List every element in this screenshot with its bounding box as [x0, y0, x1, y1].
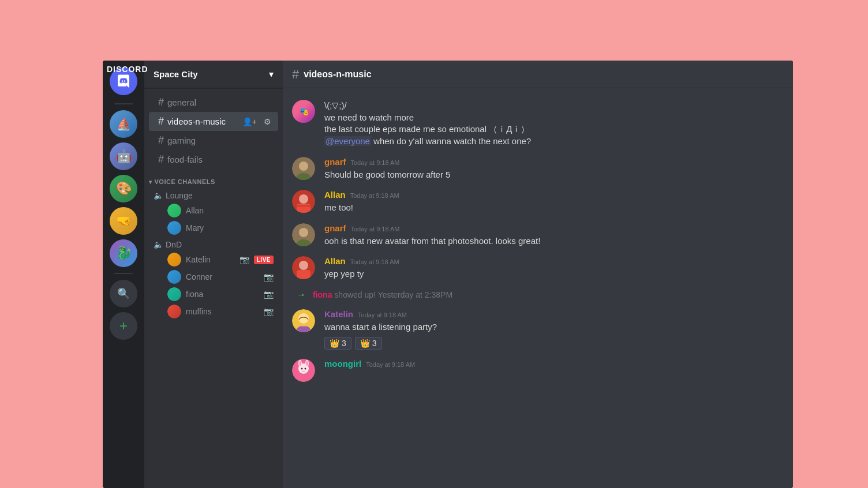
- muffins-voice-name: muffins: [186, 307, 259, 316]
- allan-message-1-content: Allan Today at 9:18 AM me too!: [324, 190, 784, 214]
- chat-header-hash: #: [292, 67, 299, 82]
- allan-message-1-header: Allan Today at 9:18 AM: [324, 190, 784, 200]
- message-group-top: 🎭 \(;▽;)/ we need to watch more the last…: [283, 97, 793, 150]
- dnd-channel-name: DnD: [166, 240, 182, 249]
- reaction-crown-emoji-2: 👑: [360, 339, 370, 348]
- moongirl-username[interactable]: moongirl: [324, 359, 361, 369]
- channel-item-gaming[interactable]: # gaming: [149, 131, 278, 150]
- channel-name-food-fails: food-fails: [167, 155, 203, 164]
- search-button[interactable]: 🔍: [110, 280, 137, 307]
- server-icon-robot[interactable]: 🤖: [110, 142, 137, 170]
- voice-user-muffins[interactable]: muffins 📷: [149, 303, 278, 320]
- server-divider-2: [114, 273, 133, 274]
- top-message-content: \(;▽;)/ we need to watch more the last c…: [324, 100, 784, 148]
- system-arrow-icon: →: [297, 290, 306, 300]
- allan-voice-avatar: [167, 204, 181, 217]
- svg-rect-12: [297, 270, 310, 279]
- allan-message-2-header: Allan Today at 9:18 AM: [324, 256, 784, 266]
- allan-avatar-2[interactable]: [292, 256, 315, 279]
- allan-text-1: me too!: [324, 202, 784, 214]
- reaction-crown-1[interactable]: 👑 3: [324, 337, 351, 350]
- channel-item-general[interactable]: # general: [149, 93, 278, 112]
- fiona-voice-avatar: [167, 287, 181, 301]
- collapse-arrow: ▾: [149, 179, 152, 185]
- muffins-video-icon: 📷: [264, 307, 274, 316]
- server-icon-colorful[interactable]: 🐉: [110, 239, 137, 267]
- messages-container: 🎭 \(;▽;)/ we need to watch more the last…: [283, 88, 793, 488]
- gnarf-avatar-1[interactable]: [292, 157, 315, 180]
- channel-item-food-fails[interactable]: # food-fails: [149, 150, 278, 169]
- katelin-message-header: Katelin Today at 9:18 AM: [324, 309, 784, 319]
- svg-point-22: [305, 367, 306, 369]
- system-action: showed up!: [334, 290, 377, 299]
- server-divider: [114, 103, 133, 104]
- voice-channels-header[interactable]: ▾ VOICE CHANNELS: [144, 169, 283, 187]
- lounge-channel-name: Lounge: [166, 191, 193, 200]
- server-icon-green[interactable]: 🎨: [110, 175, 137, 202]
- top-kaomoji: \(;▽;)/: [324, 100, 784, 112]
- channel-name-gaming: gaming: [167, 136, 196, 145]
- message-group-allan-2: Allan Today at 9:18 AM yep yep ty: [283, 254, 793, 283]
- fiona-video-icon: 📷: [264, 290, 274, 299]
- message-group-gnarf-1: gnarf Today at 9:18 AM Should be good to…: [283, 155, 793, 183]
- channel-name-general: general: [167, 97, 196, 107]
- top-text-3: @everyone when do y'all wanna watch the …: [324, 136, 784, 148]
- server-icon-boat[interactable]: ⛵: [110, 110, 137, 138]
- message-group-gnarf-2: gnarf Today at 9:18 AM ooh is that new a…: [283, 221, 793, 250]
- svg-point-21: [301, 367, 303, 369]
- gnarf-text-1: Should be good tomorrow after 5: [324, 169, 784, 181]
- moongirl-avatar[interactable]: [292, 359, 315, 382]
- conner-voice-name: Conner: [186, 272, 259, 281]
- katelin-username[interactable]: Katelin: [324, 309, 353, 319]
- reaction-crown-emoji-1: 👑: [330, 339, 339, 348]
- voice-channel-dnd[interactable]: 🔈 DnD: [149, 237, 278, 251]
- voice-user-allan[interactable]: Allan: [149, 202, 278, 219]
- gnarf-avatar-2[interactable]: [292, 223, 315, 246]
- allan-username-2[interactable]: Allan: [324, 256, 346, 266]
- server-header[interactable]: Space City ▾: [144, 61, 283, 88]
- fiona-system-name: fiona: [313, 290, 332, 299]
- message-group-allan-1: Allan Today at 9:18 AM me too!: [283, 187, 793, 216]
- voice-user-mary[interactable]: Mary: [149, 219, 278, 237]
- channel-hash-icon-4: #: [158, 153, 164, 166]
- reactions-row: 👑 3 👑 3: [324, 337, 784, 350]
- voice-user-conner[interactable]: Conner 📷: [149, 268, 278, 286]
- volume-icon-2: 🔈: [154, 240, 163, 249]
- system-timestamp: Yesterday at 2:38PM: [378, 290, 452, 299]
- muffins-voice-avatar: [167, 305, 181, 318]
- voice-user-katelin[interactable]: Katelin 📷 LIVE: [149, 251, 278, 268]
- gnarf-message-1-header: gnarf Today at 9:18 AM: [324, 157, 784, 167]
- gnarf-timestamp-2: Today at 9:18 AM: [351, 226, 400, 232]
- conner-voice-avatar: [167, 270, 181, 284]
- reaction-crown-count-2: 3: [372, 339, 377, 348]
- channels-list: # general # videos-n-music 👤+ ⚙ # gaming…: [144, 88, 283, 488]
- allan-avatar-1[interactable]: [292, 190, 315, 213]
- reaction-crown-count-1: 3: [342, 339, 346, 348]
- voice-channel-lounge[interactable]: 🔈 Lounge: [149, 187, 278, 202]
- mary-voice-name: Mary: [186, 223, 274, 232]
- mary-voice-avatar: [167, 221, 181, 235]
- allan-username-1[interactable]: Allan: [324, 190, 346, 200]
- add-server-button[interactable]: +: [110, 312, 137, 340]
- gnarf-username-2[interactable]: gnarf: [324, 223, 346, 233]
- chat-header: # videos-n-music: [283, 61, 793, 88]
- channel-hash-icon: #: [158, 96, 164, 108]
- top-user-avatar[interactable]: 🎭: [292, 100, 315, 123]
- discord-wordmark: DISCORD: [107, 65, 148, 74]
- main-chat: # videos-n-music 🎭 \(;▽;)/ we need to wa…: [283, 61, 793, 488]
- reaction-crown-2[interactable]: 👑 3: [355, 337, 382, 350]
- app-container: ⛵ 🤖 🎨 🤜 🐉 🔍 + Space City ▾ # general # v…: [103, 61, 793, 488]
- gnarf-message-2-content: gnarf Today at 9:18 AM ooh is that new a…: [324, 223, 784, 247]
- system-message-fiona: → fiona showed up! Yesterday at 2:38PM: [283, 287, 793, 302]
- gnarf-username-1[interactable]: gnarf: [324, 157, 346, 167]
- conner-video-icon: 📷: [264, 272, 274, 281]
- invite-icon[interactable]: 👤+: [240, 116, 259, 127]
- katelin-avatar[interactable]: [292, 309, 315, 332]
- svg-point-8: [299, 228, 308, 237]
- allan-message-2-content: Allan Today at 9:18 AM yep yep ty: [324, 256, 784, 280]
- voice-user-fiona[interactable]: fiona 📷: [149, 286, 278, 303]
- server-icon-yellow[interactable]: 🤜: [110, 207, 137, 235]
- channel-item-videos[interactable]: # videos-n-music 👤+ ⚙: [149, 112, 278, 131]
- settings-icon[interactable]: ⚙: [261, 116, 274, 127]
- allan-text-2: yep yep ty: [324, 268, 784, 280]
